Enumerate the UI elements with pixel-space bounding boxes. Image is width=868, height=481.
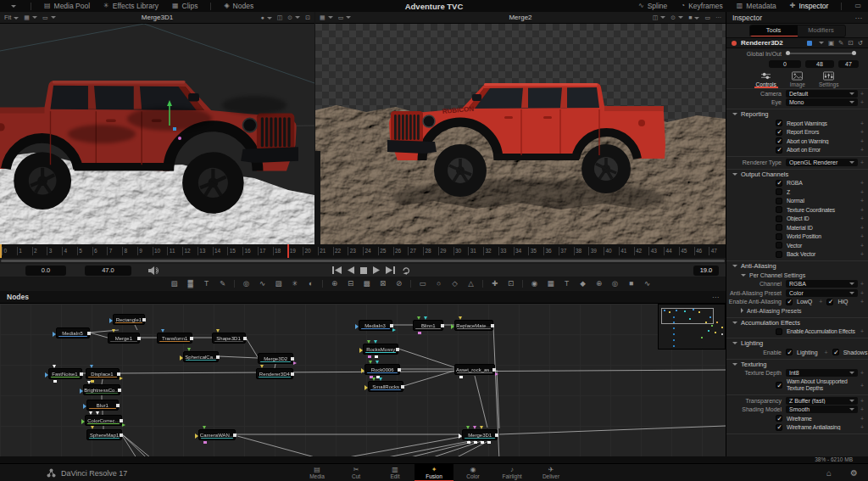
graph-node[interactable]: SphereMap1 [86,429,122,440]
print-icon[interactable]: ⊡ [848,39,853,47]
fusion-tool-icon[interactable]: ∿ [639,280,655,288]
view-mode-dropdown[interactable]: ▭ [338,14,352,21]
fusion-tool-icon[interactable]: ✳ [287,280,303,288]
current-frame-field[interactable]: 19.0 [693,266,719,276]
range-in-field[interactable]: 0.0 [25,266,66,276]
proxy-dropdown[interactable]: ■ [688,14,699,20]
fusion-tool-icon[interactable]: ⊕ [591,280,607,288]
topbar-nodes-button[interactable]: ◈Nodes [217,0,260,12]
dropdown-camera[interactable]: Default [786,90,858,98]
graph-node[interactable]: SphericalCa... [183,351,219,362]
graph-node[interactable]: ColorCorrec... [85,415,122,426]
graph-node[interactable]: Shape3D1 [212,333,246,344]
checkbox-report-errors[interactable] [776,129,782,136]
checkbox-lowq[interactable] [786,299,793,305]
checkbox-rgba[interactable] [776,180,782,187]
fusion-tool-icon[interactable]: ⊡ [503,280,519,288]
global-inout-value[interactable]: 47 [838,60,859,68]
channel-dropdown[interactable]: ▦ [24,14,37,21]
checkbox-material-id[interactable] [776,224,782,231]
fusion-tool-icon[interactable]: ✚ [487,280,503,288]
playhead[interactable] [287,244,289,258]
topbar-keyframes-button[interactable]: ◔Keyframes [674,0,729,12]
fusion-tool-icon[interactable]: ○ [431,280,447,288]
timeline-ruler[interactable]: 0123456789101112131415161718192021222324… [0,244,726,258]
fusion-tool-icon[interactable]: ▓ [182,280,198,288]
channel-dropdown[interactable]: ▦ [320,14,333,21]
checkbox-z[interactable] [776,188,782,195]
versions-icon[interactable]: ▣ [828,39,834,47]
play-button[interactable] [373,266,380,274]
color-controls-dropdown[interactable]: ● [260,14,271,20]
graph-node[interactable]: Blinn1 [413,320,443,331]
fusion-tool-icon[interactable]: ⊘ [391,280,407,288]
fusion-tool-icon[interactable]: ▭ [415,280,431,288]
fusion-tool-icon[interactable]: ◐ [303,280,319,288]
dropdown-anti-aliasing-preset[interactable]: Color [786,289,858,297]
fusion-tool-icon[interactable]: ◎ [238,280,254,288]
node-color-swatch[interactable] [807,41,812,46]
graph-node[interactable]: BrightnessCo... [83,384,120,395]
node-enable-toggle[interactable] [732,41,737,46]
page-color[interactable]: ◉Color [453,464,492,481]
fusion-tool-icon[interactable]: ▦ [542,280,559,288]
global-inout-slider[interactable] [786,53,856,54]
inspector-subtab-image[interactable]: Image [788,71,807,88]
workspace-toggle-button[interactable] [0,0,25,12]
checkbox-lighting[interactable] [786,349,793,355]
checkbox-wireframe[interactable] [776,415,782,422]
fit-dropdown[interactable]: Fit [4,14,19,21]
fusion-tool-icon[interactable]: ⊟ [342,280,359,288]
fusion-tool-icon[interactable]: ∿ [254,280,270,288]
section-anti-aliasing[interactable]: Anti-Aliasing [726,260,868,271]
page-cut[interactable]: ✂Cut [337,464,376,481]
graph-node[interactable]: MediaIn5 [56,327,90,338]
graph-node[interactable]: SmallRocks [368,381,403,392]
topbar-metadata-button[interactable]: ▥Metadata [730,0,783,12]
section-output-channels[interactable]: Output Channels [726,169,868,179]
fusion-tool-icon[interactable]: ▧ [166,280,182,288]
page-media[interactable]: ▤Media [298,464,337,481]
dropdown-shading-model[interactable]: Smooth [786,405,858,413]
graph-node[interactable]: CameraWAN... [198,429,236,440]
inspector-subtab-controls[interactable]: Controls [754,71,778,88]
clean-feed-button[interactable]: ▭ [848,0,868,12]
checkbox-abort-on-warning[interactable] [776,137,782,144]
checkbox-report-warnings[interactable] [776,120,782,126]
fusion-tool-icon[interactable]: T [198,280,214,288]
dropdown-renderer-type[interactable]: OpenGL Renderer [786,159,858,166]
fusion-tool-icon[interactable]: ✎ [214,280,231,288]
inspector-menu-icon[interactable]: ⋯ [855,14,863,22]
topbar-media-pool-button[interactable]: ▤Media Pool [37,0,97,12]
graph-node[interactable]: Merge1 [108,333,140,344]
collapsed-group[interactable]: Anti-Aliasing Presets [726,306,868,316]
fusion-tool-icon[interactable]: T [559,280,575,288]
graph-node[interactable]: Merge3D1 [462,429,498,440]
topbar-spline-button[interactable]: ∿Spline [632,0,674,12]
graph-node[interactable]: MediaIn3 [359,320,392,331]
checkbox-back-vector[interactable] [776,251,782,258]
section-texturing[interactable]: Texturing [726,359,868,369]
view-mode-dropdown[interactable]: ▭ [42,14,56,21]
viewer-right-canvas[interactable]: RUBICON [315,24,726,244]
graph-node[interactable]: Transform1 [157,333,192,344]
graph-node[interactable]: Rock0006 [364,364,400,375]
viewer-menu-icon[interactable]: ⋯ [715,14,721,21]
checkbox-warn-about-unsupported[interactable] [776,382,782,389]
subsection[interactable]: Per Channel Settings [726,271,868,280]
topbar-inspector-button[interactable]: ✚Inspector [783,0,836,12]
settings-icon[interactable]: ⚙ [850,468,858,478]
checkbox-normal[interactable] [776,198,782,204]
fusion-tool-icon[interactable]: ◇ [447,280,463,288]
fusion-tool-icon[interactable]: ⊕ [326,280,342,288]
stop-button[interactable] [360,267,367,274]
graph-node[interactable]: Asset_rock_as... [454,364,495,375]
topbar-clips-button[interactable]: ▦Clips [165,0,204,12]
page-fairlight[interactable]: ♪Fairlight [492,464,531,481]
checkbox-object-id[interactable] [776,215,782,222]
checkbox-enable-accumulation-effects[interactable] [776,328,782,335]
graph-node[interactable]: ReplaceMate... [454,320,493,331]
topbar-effects-library-button[interactable]: ✳Effects Library [97,0,165,12]
checkbox-world-position[interactable] [776,233,782,240]
graph-node[interactable]: Displace1 [86,368,120,379]
